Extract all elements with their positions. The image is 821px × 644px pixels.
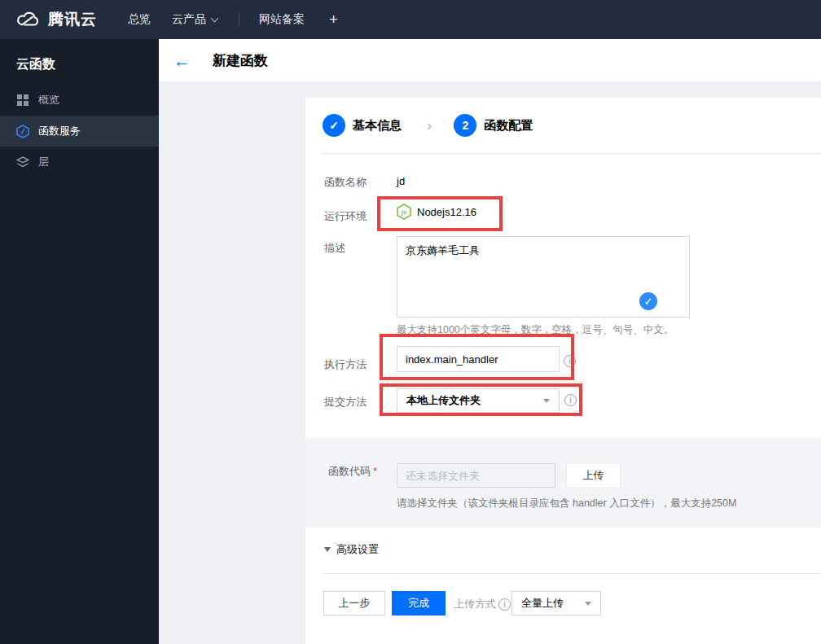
nav-divider	[239, 12, 239, 27]
function-name-label: 函数名称	[324, 175, 367, 190]
wizard-steps: ✓ 基本信息 › 2 函数配置	[305, 98, 821, 153]
description-label: 描述	[324, 241, 345, 256]
grid-icon	[16, 94, 29, 107]
layers-icon	[16, 156, 29, 169]
tencent-cloud-console: 腾讯云 总览 云产品 网站备案 + 云函数 概览	[0, 0, 821, 644]
upload-mode-value: 全量上传	[521, 596, 564, 611]
submit-method-info-icon[interactable]	[564, 394, 577, 406]
runtime-value: Nodejs12.16	[417, 206, 476, 218]
submit-method-select[interactable]: 本地上传文件夹	[397, 388, 560, 413]
page-title: 新建函数	[213, 51, 268, 70]
advanced-settings-toggle[interactable]: 高级设置	[324, 542, 379, 557]
upload-mode-label: 上传方式	[454, 597, 511, 611]
step-chevron-icon: ›	[427, 116, 432, 134]
brand-name: 腾讯云	[48, 9, 97, 30]
handler-input[interactable]	[397, 346, 560, 372]
valid-check-icon: ✓	[639, 292, 657, 310]
description-hint: 最大支持1000个英文字母，数字，空格，逗号、句号、中文。	[397, 323, 674, 337]
advanced-settings-label: 高级设置	[336, 542, 379, 557]
tencent-cloud-logo[interactable]: 腾讯云	[15, 9, 97, 30]
page-header: ← 新建函数	[159, 39, 821, 81]
steps-divider	[322, 153, 821, 154]
sidebar-item-label: 概览	[38, 93, 59, 107]
sidebar-item-label: 层	[38, 155, 49, 169]
nav-overview[interactable]: 总览	[128, 12, 151, 27]
nav-products[interactable]: 云产品	[172, 12, 217, 27]
required-asterisk: *	[373, 465, 377, 477]
topbar: 腾讯云 总览 云产品 网站备案 +	[0, 0, 821, 39]
nav-beian[interactable]: 网站备案	[259, 12, 305, 27]
sidebar-item-overview[interactable]: 概览	[0, 85, 159, 116]
cloud-logo-icon	[15, 11, 41, 28]
function-code-label: 函数代码*	[328, 464, 377, 479]
submit-method-value: 本地上传文件夹	[406, 393, 481, 408]
runtime-label: 运行环境	[324, 209, 367, 224]
function-hexagon-icon	[16, 125, 29, 138]
sidebar-title: 云函数	[0, 39, 159, 85]
upload-mode-label-text: 上传方式	[454, 597, 496, 611]
sidebar-item-layers[interactable]: 层	[0, 147, 159, 177]
upload-button[interactable]: 上传	[566, 463, 621, 488]
create-function-card: ✓ 基本信息 › 2 函数配置 函数名称 jd 运行环境 js Nodejs12…	[305, 98, 821, 644]
caret-down-icon	[543, 399, 550, 403]
description-field-wrap: 京东薅羊毛工具 ✓	[397, 236, 690, 318]
function-name-value: jd	[397, 175, 405, 187]
step2-label: 函数配置	[484, 118, 533, 134]
back-arrow-icon[interactable]: ←	[173, 52, 191, 69]
previous-step-button[interactable]: 上一步	[323, 591, 385, 616]
footer-divider	[322, 573, 821, 574]
function-code-section	[305, 438, 821, 528]
runtime-value-row: js Nodejs12.16	[397, 204, 476, 220]
caret-down-icon	[585, 602, 591, 606]
folder-path-input	[397, 463, 555, 488]
step2-number: 2	[454, 114, 476, 137]
nodejs-icon: js	[397, 204, 411, 220]
function-code-hint: 请选择文件夹（该文件夹根目录应包含 handler 入口文件），最大支持250M	[397, 497, 736, 510]
upload-mode-info-icon[interactable]	[498, 598, 511, 611]
nav-add-button[interactable]: +	[329, 11, 338, 28]
submit-method-label: 提交方法	[324, 395, 367, 410]
svg-text:js: js	[401, 208, 406, 216]
finish-button[interactable]: 完成	[392, 591, 446, 616]
step1-label: 基本信息	[353, 118, 402, 134]
sidebar-item-label: 函数服务	[38, 124, 81, 138]
sidebar-item-function-service[interactable]: 函数服务	[0, 116, 159, 147]
function-code-label-text: 函数代码	[328, 465, 371, 477]
handler-label: 执行方法	[324, 357, 367, 372]
handler-info-icon[interactable]	[564, 355, 576, 367]
triangle-down-icon	[324, 547, 331, 552]
upload-mode-select[interactable]: 全量上传	[511, 591, 601, 616]
nav-products-label: 云产品	[172, 12, 206, 27]
sidebar: 云函数 概览 函数服务	[0, 39, 159, 644]
step1-check-icon: ✓	[323, 114, 345, 137]
chevron-down-icon	[211, 14, 219, 22]
